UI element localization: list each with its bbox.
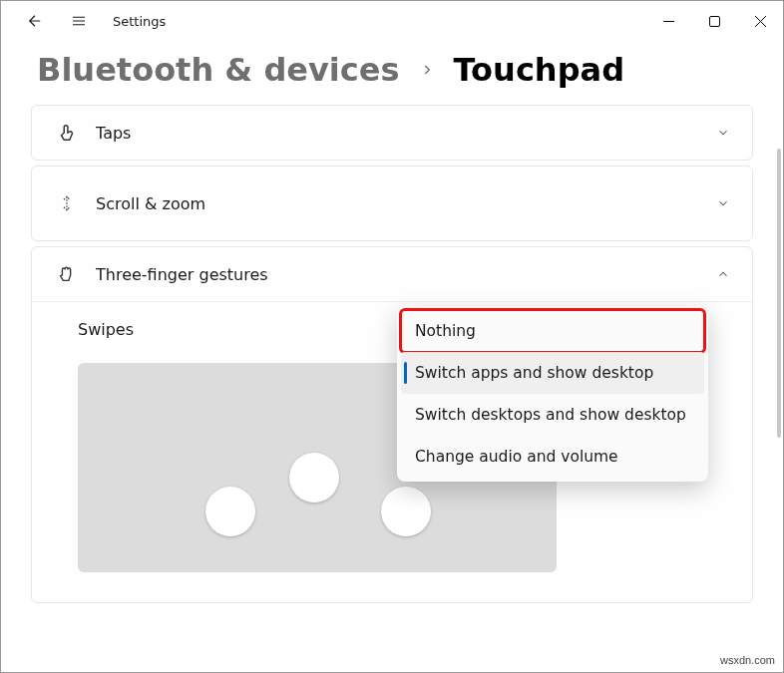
breadcrumb-current: Touchpad [454,51,625,89]
taps-card: Taps [31,105,753,161]
breadcrumb: Bluetooth & devices Touchpad [1,41,783,105]
scroll-icon [54,192,80,214]
svg-rect-0 [709,16,719,26]
finger-dot [381,487,431,536]
taps-expander[interactable]: Taps [32,106,752,160]
taps-label: Taps [96,124,131,143]
dropdown-option-audio[interactable]: Change audio and volume [401,436,704,478]
tap-icon [54,122,80,144]
chevron-down-icon [716,196,730,210]
finger-dot [289,453,339,503]
window-controls [645,5,783,37]
scroll-zoom-label: Scroll & zoom [96,194,205,213]
app-title: Settings [113,14,166,29]
dropdown-option-switch-apps[interactable]: Switch apps and show desktop [401,352,704,394]
close-icon [755,16,766,27]
breadcrumb-parent[interactable]: Bluetooth & devices [37,51,400,89]
menu-button[interactable] [69,11,89,31]
chevron-down-icon [716,126,730,140]
finger-dot [205,487,255,536]
three-finger-expander[interactable]: Three-finger gestures [32,247,752,301]
dropdown-option-nothing[interactable]: Nothing [401,310,704,352]
close-button[interactable] [737,5,783,37]
three-finger-label: Three-finger gestures [96,265,268,284]
scrollbar[interactable] [777,149,781,438]
scroll-zoom-card: Scroll & zoom [31,166,753,241]
maximize-button[interactable] [691,5,737,37]
dropdown-option-switch-desktops[interactable]: Switch desktops and show desktop [401,394,704,436]
scroll-zoom-expander[interactable]: Scroll & zoom [32,167,752,240]
swipes-dropdown[interactable]: Nothing Switch apps and show desktop Swi… [397,306,708,482]
chevron-up-icon [716,267,730,281]
hand-icon [54,263,80,285]
hamburger-icon [70,12,88,30]
minimize-button[interactable] [645,5,691,37]
minimize-icon [663,16,674,27]
title-bar: Settings [1,1,783,41]
arrow-left-icon [26,12,44,30]
watermark: wsxdn.com [720,654,775,666]
back-button[interactable] [25,11,45,31]
maximize-icon [709,16,720,27]
chevron-right-icon [420,63,434,77]
